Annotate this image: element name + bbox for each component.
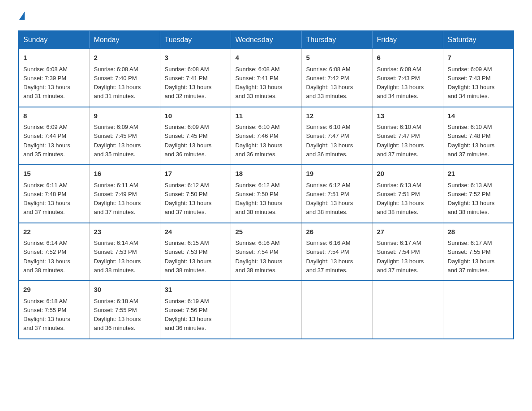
calendar-table: SundayMondayTuesdayWednesdayThursdayFrid… xyxy=(18,30,514,339)
day-info: Sunrise: 6:08 AMSunset: 7:39 PMDaylight:… xyxy=(23,66,70,100)
calendar-cell: 21 Sunrise: 6:13 AMSunset: 7:52 PMDaylig… xyxy=(443,165,514,223)
calendar-cell: 31 Sunrise: 6:19 AMSunset: 7:56 PMDaylig… xyxy=(160,281,231,339)
calendar-cell: 26 Sunrise: 6:16 AMSunset: 7:54 PMDaylig… xyxy=(301,223,372,281)
day-number: 17 xyxy=(165,169,226,179)
calendar-cell: 4 Sunrise: 6:08 AMSunset: 7:41 PMDayligh… xyxy=(231,49,301,107)
day-number: 1 xyxy=(23,53,85,63)
day-info: Sunrise: 6:15 AMSunset: 7:53 PMDaylight:… xyxy=(165,240,212,274)
day-number: 30 xyxy=(94,285,155,295)
day-info: Sunrise: 6:10 AMSunset: 7:48 PMDaylight:… xyxy=(448,124,495,158)
day-number: 24 xyxy=(165,227,226,237)
calendar-cell: 15 Sunrise: 6:11 AMSunset: 7:48 PMDaylig… xyxy=(18,165,89,223)
day-number: 3 xyxy=(165,53,226,63)
calendar-cell: 30 Sunrise: 6:18 AMSunset: 7:55 PMDaylig… xyxy=(89,281,160,339)
calendar-cell: 1 Sunrise: 6:08 AMSunset: 7:39 PMDayligh… xyxy=(18,49,89,107)
calendar-header: SundayMondayTuesdayWednesdayThursdayFrid… xyxy=(18,31,514,49)
day-info: Sunrise: 6:08 AMSunset: 7:42 PMDaylight:… xyxy=(306,66,353,100)
calendar-cell xyxy=(231,281,301,339)
day-info: Sunrise: 6:09 AMSunset: 7:44 PMDaylight:… xyxy=(23,124,70,158)
logo-triangle-icon xyxy=(19,12,25,20)
day-number: 4 xyxy=(236,53,297,63)
day-info: Sunrise: 6:16 AMSunset: 7:54 PMDaylight:… xyxy=(236,240,283,274)
day-number: 19 xyxy=(306,169,368,179)
calendar-cell: 16 Sunrise: 6:11 AMSunset: 7:49 PMDaylig… xyxy=(89,165,160,223)
day-info: Sunrise: 6:17 AMSunset: 7:54 PMDaylight:… xyxy=(377,240,424,274)
calendar-cell: 10 Sunrise: 6:09 AMSunset: 7:45 PMDaylig… xyxy=(160,107,231,165)
day-info: Sunrise: 6:12 AMSunset: 7:50 PMDaylight:… xyxy=(236,182,283,216)
logo xyxy=(18,13,25,21)
day-info: Sunrise: 6:10 AMSunset: 7:46 PMDaylight:… xyxy=(236,124,283,158)
calendar-cell: 12 Sunrise: 6:10 AMSunset: 7:47 PMDaylig… xyxy=(301,107,372,165)
calendar-cell: 14 Sunrise: 6:10 AMSunset: 7:48 PMDaylig… xyxy=(443,107,514,165)
header-tuesday: Tuesday xyxy=(160,31,231,49)
day-info: Sunrise: 6:09 AMSunset: 7:43 PMDaylight:… xyxy=(448,66,495,100)
header-row: SundayMondayTuesdayWednesdayThursdayFrid… xyxy=(18,31,514,49)
day-info: Sunrise: 6:10 AMSunset: 7:47 PMDaylight:… xyxy=(306,124,353,158)
page-header xyxy=(18,13,514,21)
day-number: 8 xyxy=(23,111,85,121)
day-number: 10 xyxy=(165,111,226,121)
day-number: 29 xyxy=(23,285,85,295)
day-number: 2 xyxy=(94,53,155,63)
day-info: Sunrise: 6:12 AMSunset: 7:51 PMDaylight:… xyxy=(306,182,353,216)
calendar-body: 1 Sunrise: 6:08 AMSunset: 7:39 PMDayligh… xyxy=(18,49,514,339)
day-info: Sunrise: 6:10 AMSunset: 7:47 PMDaylight:… xyxy=(377,124,424,158)
day-number: 11 xyxy=(236,111,297,121)
calendar-cell: 24 Sunrise: 6:15 AMSunset: 7:53 PMDaylig… xyxy=(160,223,231,281)
calendar-cell: 9 Sunrise: 6:09 AMSunset: 7:45 PMDayligh… xyxy=(89,107,160,165)
header-saturday: Saturday xyxy=(443,31,514,49)
calendar-cell: 11 Sunrise: 6:10 AMSunset: 7:46 PMDaylig… xyxy=(231,107,301,165)
day-info: Sunrise: 6:08 AMSunset: 7:41 PMDaylight:… xyxy=(165,66,212,100)
day-info: Sunrise: 6:18 AMSunset: 7:55 PMDaylight:… xyxy=(23,298,70,332)
day-number: 27 xyxy=(377,227,438,237)
day-info: Sunrise: 6:18 AMSunset: 7:55 PMDaylight:… xyxy=(94,298,141,332)
day-number: 21 xyxy=(448,169,509,179)
calendar-cell: 7 Sunrise: 6:09 AMSunset: 7:43 PMDayligh… xyxy=(443,49,514,107)
day-number: 23 xyxy=(94,227,155,237)
calendar-cell: 25 Sunrise: 6:16 AMSunset: 7:54 PMDaylig… xyxy=(231,223,301,281)
calendar-cell: 29 Sunrise: 6:18 AMSunset: 7:55 PMDaylig… xyxy=(18,281,89,339)
calendar-cell: 6 Sunrise: 6:08 AMSunset: 7:43 PMDayligh… xyxy=(372,49,443,107)
header-sunday: Sunday xyxy=(18,31,89,49)
day-number: 6 xyxy=(377,53,438,63)
day-number: 12 xyxy=(306,111,368,121)
day-number: 26 xyxy=(306,227,368,237)
week-row-3: 15 Sunrise: 6:11 AMSunset: 7:48 PMDaylig… xyxy=(18,165,514,223)
header-friday: Friday xyxy=(372,31,443,49)
calendar-cell xyxy=(301,281,372,339)
day-number: 9 xyxy=(94,111,155,121)
day-number: 13 xyxy=(377,111,438,121)
day-number: 18 xyxy=(236,169,297,179)
day-info: Sunrise: 6:14 AMSunset: 7:53 PMDaylight:… xyxy=(94,240,141,274)
week-row-2: 8 Sunrise: 6:09 AMSunset: 7:44 PMDayligh… xyxy=(18,107,514,165)
calendar-cell: 13 Sunrise: 6:10 AMSunset: 7:47 PMDaylig… xyxy=(372,107,443,165)
day-info: Sunrise: 6:19 AMSunset: 7:56 PMDaylight:… xyxy=(165,298,212,332)
day-number: 7 xyxy=(448,53,509,63)
day-number: 15 xyxy=(23,169,85,179)
day-number: 28 xyxy=(448,227,509,237)
week-row-1: 1 Sunrise: 6:08 AMSunset: 7:39 PMDayligh… xyxy=(18,49,514,107)
day-number: 16 xyxy=(94,169,155,179)
calendar-cell: 3 Sunrise: 6:08 AMSunset: 7:41 PMDayligh… xyxy=(160,49,231,107)
day-info: Sunrise: 6:09 AMSunset: 7:45 PMDaylight:… xyxy=(165,124,212,158)
day-number: 14 xyxy=(448,111,509,121)
calendar-cell xyxy=(443,281,514,339)
calendar-cell: 17 Sunrise: 6:12 AMSunset: 7:50 PMDaylig… xyxy=(160,165,231,223)
day-number: 20 xyxy=(377,169,438,179)
week-row-4: 22 Sunrise: 6:14 AMSunset: 7:52 PMDaylig… xyxy=(18,223,514,281)
day-info: Sunrise: 6:14 AMSunset: 7:52 PMDaylight:… xyxy=(23,240,70,274)
calendar-cell: 22 Sunrise: 6:14 AMSunset: 7:52 PMDaylig… xyxy=(18,223,89,281)
calendar-cell: 20 Sunrise: 6:13 AMSunset: 7:51 PMDaylig… xyxy=(372,165,443,223)
calendar-cell: 23 Sunrise: 6:14 AMSunset: 7:53 PMDaylig… xyxy=(89,223,160,281)
day-info: Sunrise: 6:12 AMSunset: 7:50 PMDaylight:… xyxy=(165,182,212,216)
day-number: 31 xyxy=(165,285,226,295)
day-info: Sunrise: 6:11 AMSunset: 7:48 PMDaylight:… xyxy=(23,182,70,216)
day-info: Sunrise: 6:09 AMSunset: 7:45 PMDaylight:… xyxy=(94,124,141,158)
day-info: Sunrise: 6:08 AMSunset: 7:41 PMDaylight:… xyxy=(236,66,283,100)
calendar-cell xyxy=(372,281,443,339)
day-info: Sunrise: 6:17 AMSunset: 7:55 PMDaylight:… xyxy=(448,240,495,274)
day-info: Sunrise: 6:08 AMSunset: 7:40 PMDaylight:… xyxy=(94,66,141,100)
day-info: Sunrise: 6:13 AMSunset: 7:51 PMDaylight:… xyxy=(377,182,424,216)
calendar-cell: 28 Sunrise: 6:17 AMSunset: 7:55 PMDaylig… xyxy=(443,223,514,281)
day-number: 22 xyxy=(23,227,85,237)
